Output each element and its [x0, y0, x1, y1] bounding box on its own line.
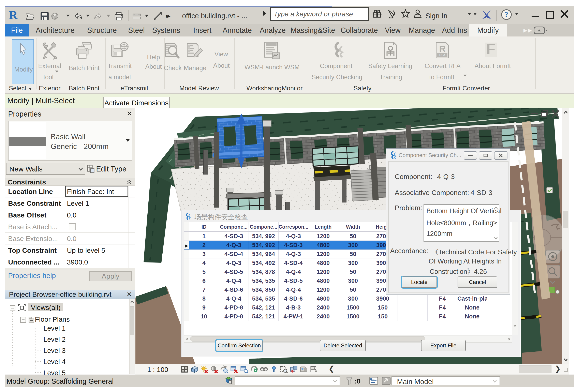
analytical-icon[interactable]: [310, 365, 318, 373]
tree-scrollbar[interactable]: [129, 299, 135, 374]
displace-icon[interactable]: [290, 365, 298, 373]
transmit-model-label[interactable]: Transmit: [108, 62, 132, 70]
convert-rfa-label2[interactable]: to FormIt: [429, 73, 454, 81]
dialog-maximize-icon[interactable]: [479, 151, 492, 160]
wsm-launch-label[interactable]: WSM-Launch WSM: [245, 64, 300, 71]
shadows-icon[interactable]: [210, 365, 218, 373]
property-row[interactable]: Base Offset 0.0: [5, 209, 135, 221]
workset-combobox[interactable]: [235, 376, 340, 385]
column-header[interactable]: Width: [338, 222, 368, 232]
table-cell[interactable]: 534, 492: [249, 258, 279, 267]
table-cell[interactable]: 542, 121: [249, 303, 279, 312]
table-cell[interactable]: 4800: [308, 241, 338, 249]
property-row[interactable]: Unconnected ... 3900.0: [5, 256, 135, 268]
close-icon[interactable]: ✕: [127, 290, 132, 298]
table-cell[interactable]: 4-Q-4: [279, 285, 308, 294]
dropdown-arrow-icon[interactable]: [86, 15, 90, 17]
scroll-up-icon[interactable]: [494, 206, 498, 209]
table-cell-id[interactable]: 7: [189, 285, 219, 294]
tree-item-level[interactable]: Level 3: [43, 347, 66, 355]
ribbon-tab[interactable]: Add-Ins: [440, 24, 469, 36]
binoculars-icon[interactable]: [372, 9, 382, 19]
table-cell[interactable]: 4-SD-6: [279, 294, 308, 303]
table-cell[interactable]: 4-B-3: [279, 303, 308, 312]
table-cell[interactable]: 4-SD-3: [219, 232, 249, 241]
table-cell[interactable]: 4-Q-4: [279, 267, 308, 276]
table-cell[interactable]: 50: [338, 232, 368, 241]
tree-item-floor-plans[interactable]: Floor Plans: [35, 315, 70, 323]
etransmit-panel-label[interactable]: eTransmit: [121, 85, 148, 92]
locate-button[interactable]: Locate: [402, 277, 437, 288]
table-cell-id[interactable]: 6: [189, 276, 219, 285]
filter-icon[interactable]: [345, 376, 353, 386]
scrollbar-thumb[interactable]: [130, 306, 134, 335]
external-tool-label[interactable]: External: [38, 62, 61, 70]
column-header[interactable]: Correspon...: [279, 222, 308, 232]
table-cell[interactable]: 534, 878: [249, 267, 279, 276]
about-formit-icon[interactable]: F _: [484, 41, 500, 60]
table-cell[interactable]: 4-Q-4: [219, 276, 249, 285]
table-cell[interactable]: F4: [428, 312, 457, 321]
table-vscrollbar[interactable]: [512, 222, 518, 335]
wsm-panel-label[interactable]: WorksharingMonitor: [247, 85, 303, 92]
dropdown-arrow-icon[interactable]: [468, 13, 471, 15]
table-cell[interactable]: 1500: [338, 303, 368, 312]
batch-print-label[interactable]: Batch Print: [69, 65, 100, 72]
table-cell[interactable]: 4-Q-4: [219, 294, 249, 303]
scroll-up-icon[interactable]: [130, 300, 134, 303]
table-cell[interactable]: 1200: [308, 249, 338, 258]
undo-icon[interactable]: [73, 11, 83, 21]
dialog-close-icon[interactable]: [494, 151, 507, 160]
table-cell[interactable]: 4800: [308, 294, 338, 303]
table-cell[interactable]: 4800: [308, 276, 338, 285]
table-cell[interactable]: 4-Q-3: [219, 258, 249, 267]
table-cell[interactable]: 1500: [338, 312, 368, 321]
about-formit-label[interactable]: About FormIt: [474, 62, 511, 70]
etransmit-icon[interactable]: [110, 41, 129, 62]
tree-item-level[interactable]: Level 2: [43, 335, 66, 343]
table-cell[interactable]: 1200: [308, 232, 338, 241]
ribbon-tab[interactable]: Structure: [82, 24, 122, 36]
table-cell[interactable]: 150: [368, 303, 398, 312]
table-cell[interactable]: 1200: [308, 267, 338, 276]
rendering-icon[interactable]: [220, 365, 228, 373]
table-cell[interactable]: 1200: [308, 285, 338, 294]
tree-item-level[interactable]: Level 1: [43, 324, 66, 332]
scroll-down-icon[interactable]: [513, 324, 517, 327]
table-cell[interactable]: 4-SD-3: [279, 241, 308, 249]
redo-icon[interactable]: [93, 11, 103, 21]
table-cell[interactable]: 3900: [368, 294, 398, 303]
sun-path-icon[interactable]: [200, 365, 208, 373]
maximize-icon[interactable]: [546, 11, 554, 19]
select-panel-label[interactable]: Select ▼: [9, 85, 33, 92]
sign-in-button[interactable]: Sign In: [425, 12, 447, 20]
convert-rfa-icon[interactable]: R RFA: [434, 42, 451, 60]
sync-icon[interactable]: [50, 11, 60, 21]
table-cell-id[interactable]: 2: [189, 241, 219, 249]
editable-only-icon[interactable]: [369, 376, 379, 387]
print-icon[interactable]: [114, 11, 124, 21]
property-row[interactable]: Base is Attach...: [5, 221, 135, 233]
star-icon[interactable]: [401, 9, 410, 19]
table-cell[interactable]: 4-SD-5: [219, 267, 249, 276]
batch-print-icon[interactable]: [74, 41, 94, 62]
table-cell[interactable]: 534, 535: [249, 276, 279, 285]
property-value[interactable]: 3900.0: [67, 258, 88, 266]
property-value[interactable]: 0.0: [67, 235, 76, 243]
minimize-icon[interactable]: [532, 16, 539, 17]
sheet-size-icon[interactable]: [132, 11, 142, 21]
view-scale[interactable]: 1 : 100: [147, 366, 168, 374]
visual-style-icon[interactable]: [190, 365, 198, 373]
column-header[interactable]: ID: [189, 222, 219, 232]
safety-learning-label[interactable]: Safety Learning: [368, 62, 412, 70]
properties-help-link[interactable]: Properties help: [8, 272, 56, 280]
table-row[interactable]: 8 4-Q-4 534, 535 4-SD-6 4800 300 3900 F4…: [184, 294, 517, 303]
collapse-box-icon[interactable]: [10, 305, 15, 311]
ribbon-tab[interactable]: View: [382, 24, 403, 36]
table-cell[interactable]: 4-SD-4: [279, 258, 308, 267]
table-cell[interactable]: 4-SD-6: [219, 285, 249, 294]
table-cell[interactable]: [398, 303, 428, 312]
model-review-panel-label[interactable]: Model Review: [180, 85, 219, 92]
table-cell[interactable]: 4-PW-1: [279, 312, 308, 321]
scroll-left-icon[interactable]: [186, 338, 188, 341]
